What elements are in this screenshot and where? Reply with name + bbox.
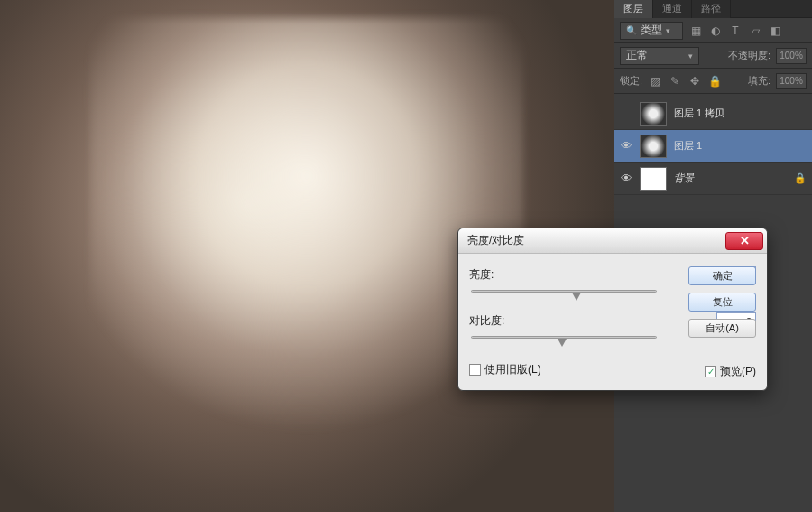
layer-thumbnail[interactable] <box>640 167 667 191</box>
visibility-toggle[interactable]: 👁 <box>620 139 632 153</box>
tab-layers[interactable]: 图层 <box>614 0 653 18</box>
dialog-body: 亮度: 对比度: 使用旧版(L) 确定 复位 自动(A) 预览(P) <box>458 254 767 390</box>
auto-button[interactable]: 自动(A) <box>688 319 756 338</box>
layer-name[interactable]: 图层 1 拷贝 <box>674 107 724 120</box>
filter-smart-icon[interactable]: ◧ <box>768 23 782 38</box>
preview-row: 预览(P) <box>705 364 756 379</box>
lock-icon: 🔒 <box>794 172 807 184</box>
preview-checkbox[interactable] <box>705 366 716 377</box>
preview-label: 预览(P) <box>720 364 756 379</box>
contrast-slider[interactable] <box>471 333 657 349</box>
filter-adjust-icon[interactable]: ◐ <box>708 23 723 38</box>
layer-name[interactable]: 图层 1 <box>674 139 702 153</box>
tab-paths[interactable]: 路径 <box>692 0 731 18</box>
legacy-checkbox[interactable] <box>469 364 481 376</box>
dialog-titlebar[interactable]: 亮度/对比度 ✕ <box>458 228 767 254</box>
layer-row[interactable]: 👁 背景 🔒 <box>614 163 812 195</box>
brightness-contrast-dialog: 亮度/对比度 ✕ 亮度: 对比度: 使用旧版(L) 确定 复位 自动(A <box>457 228 768 391</box>
blend-dropdown[interactable]: 正常 ▾ <box>620 47 699 65</box>
visibility-toggle[interactable]: 👁 <box>620 172 632 185</box>
slider-thumb[interactable] <box>572 293 581 301</box>
close-button[interactable]: ✕ <box>725 232 763 250</box>
layer-row[interactable]: 👁 图层 1 <box>614 130 812 163</box>
ok-button[interactable]: 确定 <box>688 266 756 285</box>
filter-type-icon[interactable]: T <box>728 23 743 38</box>
type-row: 🔍 类型 ▾ ▦ ◐ T ▱ ◧ <box>614 18 812 43</box>
lock-pixels-icon[interactable]: ✎ <box>668 74 682 88</box>
type-label: 类型 <box>641 23 662 38</box>
fill-value[interactable]: 100% <box>776 73 807 89</box>
lock-position-icon[interactable]: ✥ <box>687 74 702 88</box>
layer-name[interactable]: 背景 <box>674 172 694 185</box>
slider-thumb[interactable] <box>558 339 567 347</box>
legacy-label: 使用旧版(L) <box>484 362 541 377</box>
blend-row: 正常 ▾ 不透明度: 100% <box>614 43 812 69</box>
lock-all-icon[interactable]: 🔒 <box>707 74 722 88</box>
layer-thumbnail[interactable] <box>640 135 667 158</box>
dialog-title: 亮度/对比度 <box>467 233 524 248</box>
blend-mode-value: 正常 <box>626 48 648 63</box>
tab-channels[interactable]: 通道 <box>653 0 692 18</box>
panel-tabs: 图层 通道 路径 <box>614 0 812 18</box>
slider-track <box>471 290 657 293</box>
chevron-down-icon: ▾ <box>666 26 670 35</box>
layer-row[interactable]: 图层 1 拷贝 <box>614 98 812 130</box>
dialog-buttons: 确定 复位 自动(A) <box>688 266 756 338</box>
reset-button[interactable]: 复位 <box>688 293 756 312</box>
lock-row: 锁定: ▨ ✎ ✥ 🔒 填充: 100% <box>614 69 812 94</box>
fill-label: 填充: <box>748 74 770 88</box>
brightness-label: 亮度: <box>469 267 532 283</box>
contrast-label: 对比度: <box>469 313 532 329</box>
opacity-label: 不透明度: <box>728 49 770 62</box>
chevron-down-icon: ▾ <box>688 51 693 61</box>
layers-list: 图层 1 拷贝 👁 图层 1 👁 背景 🔒 <box>614 94 812 199</box>
filter-shape-icon[interactable]: ▱ <box>748 23 762 38</box>
lock-transparent-icon[interactable]: ▨ <box>648 74 662 88</box>
layer-thumbnail[interactable] <box>640 102 667 126</box>
filter-pixel-icon[interactable]: ▦ <box>688 23 703 38</box>
lock-label: 锁定: <box>620 74 642 88</box>
type-dropdown[interactable]: 🔍 类型 ▾ <box>620 22 683 40</box>
opacity-value[interactable]: 100% <box>776 48 807 64</box>
brightness-slider[interactable] <box>471 287 657 303</box>
